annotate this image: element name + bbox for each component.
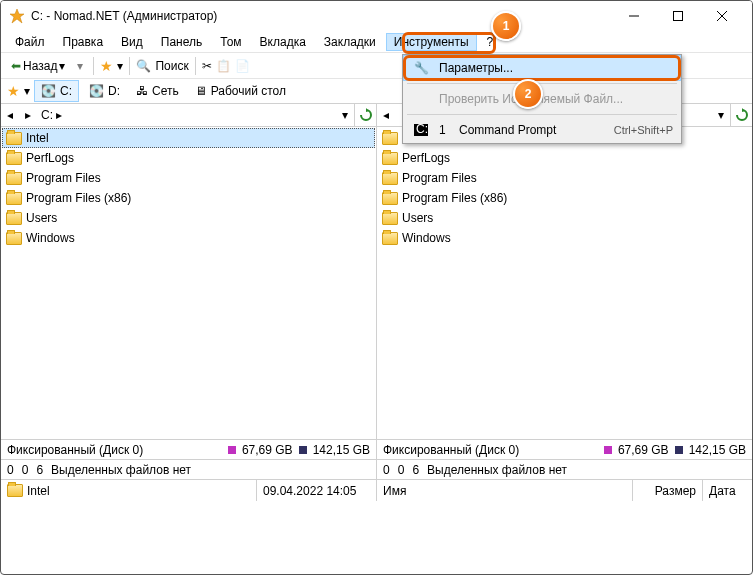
svg-rect-2	[674, 12, 683, 21]
list-item[interactable]: Program Files	[2, 168, 375, 188]
cmd-label: Command Prompt	[459, 123, 606, 137]
bc-path[interactable]: C: ▸	[37, 108, 336, 122]
dropdown-separator	[407, 83, 677, 84]
sel-text: Выделенных файлов нет	[51, 463, 191, 477]
search-icon[interactable]: 🔍	[136, 59, 151, 73]
separator	[129, 57, 130, 75]
list-item[interactable]: PerfLogs	[378, 148, 751, 168]
left-status: Фиксированный (Диск 0) 67,69 GB 142,15 G…	[1, 439, 376, 459]
drive-d-label: D:	[108, 84, 120, 98]
dropdown-options[interactable]: 🔧 Параметры...	[403, 55, 681, 81]
used-size: 67,69 GB	[618, 443, 669, 457]
total-color-icon	[675, 446, 683, 454]
list-item[interactable]: PerfLogs	[2, 148, 375, 168]
file-name: PerfLogs	[402, 151, 450, 165]
drive-c-label: C:	[60, 84, 72, 98]
svg-marker-0	[10, 9, 24, 23]
menu-volume[interactable]: Том	[212, 33, 249, 51]
maximize-button[interactable]	[656, 2, 700, 30]
footer-name-header[interactable]: Имя	[377, 480, 632, 501]
right-selection-info: 0 0 6 Выделенных файлов нет	[377, 459, 752, 479]
bc-next-icon[interactable]: ▸	[19, 104, 37, 126]
search-label: Поиск	[155, 59, 188, 73]
list-item[interactable]: Program Files (x86)	[2, 188, 375, 208]
file-name: PerfLogs	[26, 151, 74, 165]
menu-file[interactable]: Файл	[7, 33, 53, 51]
paste-icon[interactable]: 📄	[235, 59, 250, 73]
copy-icon[interactable]: 📋	[216, 59, 231, 73]
forward-button[interactable]: ▾	[73, 55, 87, 77]
menu-tab[interactable]: Вкладка	[252, 33, 314, 51]
right-footer: Имя Размер Дата	[377, 479, 752, 501]
menubar: Файл Правка Вид Панель Том Вкладка Закла…	[1, 31, 752, 53]
sel-n1: 0	[7, 463, 14, 477]
network-icon: 🖧	[136, 84, 148, 98]
menu-edit[interactable]: Правка	[55, 33, 112, 51]
footer-date-header[interactable]: Дата	[702, 480, 752, 501]
list-item[interactable]: Windows	[378, 228, 751, 248]
drive-tab-network[interactable]: 🖧 Сеть	[130, 80, 185, 102]
cut-icon[interactable]: ✂	[202, 59, 212, 73]
tab-star-icon[interactable]: ★	[7, 83, 20, 99]
drive-tab-c[interactable]: 💽 C:	[34, 80, 79, 102]
bc-dropdown-icon[interactable]: ▾	[336, 108, 354, 122]
left-file-list[interactable]: Intel PerfLogs Program Files Program Fil…	[1, 127, 376, 439]
list-item[interactable]: Users	[378, 208, 751, 228]
favorites-icon[interactable]: ★	[100, 58, 113, 74]
list-item[interactable]: Intel	[2, 128, 375, 148]
footer-size-header[interactable]: Размер	[632, 480, 702, 501]
right-file-list[interactable]: Intel PerfLogs Program Files Program Fil…	[377, 127, 752, 439]
separator	[93, 57, 94, 75]
used-color-icon	[604, 446, 612, 454]
drive-tab-d[interactable]: 💽 D:	[83, 80, 126, 102]
bc-dropdown-icon[interactable]: ▾	[712, 108, 730, 122]
list-item[interactable]: Users	[2, 208, 375, 228]
callout-badge-1: 1	[491, 11, 521, 41]
desktop-icon: 🖥	[195, 84, 207, 98]
sel-n3: 6	[36, 463, 43, 477]
folder-icon	[382, 132, 398, 145]
folder-icon	[7, 484, 23, 497]
favorites-dropdown-icon[interactable]: ▾	[117, 59, 123, 73]
dropdown-options-label: Параметры...	[439, 61, 673, 75]
menu-tools[interactable]: Инструменты	[386, 33, 477, 51]
bc-prev-icon[interactable]: ◂	[377, 104, 395, 126]
file-name: Intel	[26, 131, 49, 145]
back-button[interactable]: ⬅ Назад ▾	[7, 55, 69, 77]
dropdown-cmd[interactable]: C:\ 1 Command Prompt Ctrl+Shift+P	[403, 117, 681, 143]
close-button[interactable]	[700, 2, 744, 30]
sel-text: Выделенных файлов нет	[427, 463, 567, 477]
file-name: Windows	[402, 231, 451, 245]
total-size: 142,15 GB	[689, 443, 746, 457]
minimize-button[interactable]	[612, 2, 656, 30]
tab-star-dropdown[interactable]: ▾	[24, 84, 30, 98]
folder-icon	[6, 172, 22, 185]
refresh-button[interactable]	[730, 104, 752, 126]
terminal-icon: C:\	[411, 124, 431, 136]
footer-date-col: 09.04.2022 14:05	[256, 480, 376, 501]
left-breadcrumb: ◂ ▸ C: ▸ ▾	[1, 103, 376, 127]
drive-tab-desktop[interactable]: 🖥 Рабочий стол	[189, 80, 292, 102]
list-item[interactable]: Program Files (x86)	[378, 188, 751, 208]
panels: ◂ ▸ C: ▸ ▾ Intel PerfLogs Program Files …	[1, 103, 752, 501]
back-label: Назад	[23, 59, 57, 73]
left-selection-info: 0 0 6 Выделенных файлов нет	[1, 459, 376, 479]
network-label: Сеть	[152, 84, 179, 98]
callout-badge-2: 2	[513, 79, 543, 109]
folder-icon	[6, 152, 22, 165]
list-item[interactable]: Windows	[2, 228, 375, 248]
svg-text:C:\: C:\	[416, 124, 428, 136]
dropdown-check-label: Проверить Исполняемый Файл...	[439, 92, 673, 106]
cmd-num: 1	[439, 123, 451, 137]
menu-panel[interactable]: Панель	[153, 33, 210, 51]
refresh-button[interactable]	[354, 104, 376, 126]
menu-bookmarks[interactable]: Закладки	[316, 33, 384, 51]
folder-icon	[382, 172, 398, 185]
dropdown-separator	[407, 114, 677, 115]
used-size: 67,69 GB	[242, 443, 293, 457]
menu-view[interactable]: Вид	[113, 33, 151, 51]
footer-name: Intel	[27, 484, 50, 498]
list-item[interactable]: Program Files	[378, 168, 751, 188]
bc-prev-icon[interactable]: ◂	[1, 104, 19, 126]
wrench-icon: 🔧	[411, 61, 431, 75]
